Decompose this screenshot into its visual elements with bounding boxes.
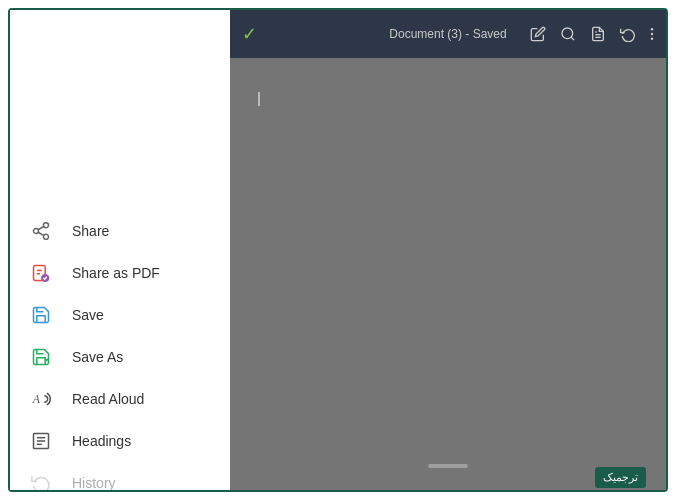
watermark: ترجمیک xyxy=(595,467,646,488)
menu-item-read-aloud[interactable]: A Read Aloud xyxy=(10,378,230,420)
history-label: History xyxy=(72,475,116,490)
app-container: ✓ Document (3) - Saved xyxy=(10,10,666,490)
share-pdf-icon xyxy=(30,262,52,284)
share-pdf-label: Share as PDF xyxy=(72,265,160,281)
svg-text:A: A xyxy=(32,393,41,406)
save-icon xyxy=(30,304,52,326)
menu-item-headings[interactable]: Headings xyxy=(10,420,230,462)
menu-item-history: History xyxy=(10,462,230,490)
toolbar: ✓ Document (3) - Saved xyxy=(230,10,666,58)
document-title: Document (3) - Saved xyxy=(389,27,506,41)
svg-point-5 xyxy=(651,33,653,35)
menu-item-save-as[interactable]: Save As xyxy=(10,336,230,378)
more-icon[interactable] xyxy=(650,26,654,42)
pencil-icon[interactable] xyxy=(530,26,546,42)
svg-line-11 xyxy=(38,226,44,229)
menu-item-save[interactable]: Save xyxy=(10,294,230,336)
svg-line-10 xyxy=(38,232,44,235)
document-page xyxy=(246,74,650,474)
svg-point-0 xyxy=(562,28,573,39)
svg-point-4 xyxy=(651,28,653,30)
document-canvas xyxy=(230,58,666,490)
headings-label: Headings xyxy=(72,433,131,449)
share-icon xyxy=(30,220,52,242)
share-label: Share xyxy=(72,223,109,239)
text-cursor xyxy=(258,92,260,106)
read-aloud-icon: A xyxy=(30,388,52,410)
svg-point-9 xyxy=(44,234,49,239)
scroll-indicator xyxy=(428,464,468,468)
undo-icon[interactable] xyxy=(620,26,636,42)
menu-item-share[interactable]: Share xyxy=(10,210,230,252)
svg-line-1 xyxy=(571,37,574,40)
svg-point-6 xyxy=(651,38,653,40)
save-as-label: Save As xyxy=(72,349,123,365)
save-label: Save xyxy=(72,307,104,323)
document-icon[interactable] xyxy=(590,26,606,42)
menu-panel: Share Share as PDF xyxy=(10,10,230,490)
save-as-icon xyxy=(30,346,52,368)
svg-point-7 xyxy=(44,223,49,228)
toolbar-left: ✓ xyxy=(242,23,257,45)
menu-item-share-pdf[interactable]: Share as PDF xyxy=(10,252,230,294)
search-icon[interactable] xyxy=(560,26,576,42)
check-icon[interactable]: ✓ xyxy=(242,23,257,45)
read-aloud-label: Read Aloud xyxy=(72,391,144,407)
history-icon xyxy=(30,472,52,490)
toolbar-right xyxy=(530,26,654,42)
headings-icon xyxy=(30,430,52,452)
svg-point-8 xyxy=(34,229,39,234)
